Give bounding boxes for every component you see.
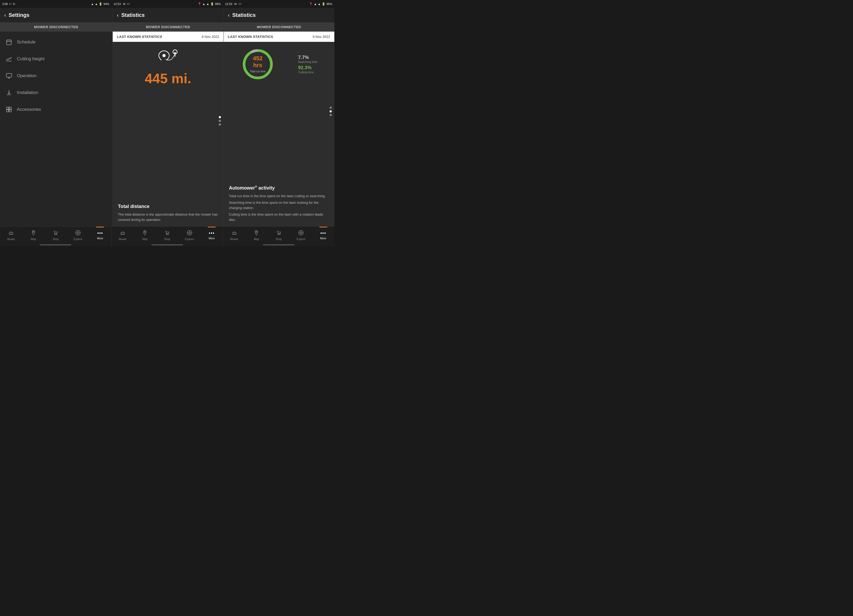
bottom-nav-stats1: Mower Map Shop bbox=[112, 227, 223, 244]
battery-2: 99% bbox=[215, 2, 221, 6]
nav-label-more-2: More bbox=[209, 237, 215, 240]
distance-desc-text: The total distance is the approximate di… bbox=[118, 212, 218, 222]
shop-icon-1 bbox=[53, 230, 58, 237]
svg-rect-13 bbox=[9, 110, 11, 112]
stats1-disconnected-banner: MOWER DISCONNECTED bbox=[113, 22, 223, 32]
battery-1: 94% bbox=[103, 2, 109, 6]
nav-tab-map-2[interactable]: Map bbox=[134, 227, 156, 244]
distance-description-area: Total distance The total distance is the… bbox=[113, 200, 223, 226]
status-segment-3: 12:53 ✉ 53° 📍 ▲ ▲ 🔋 99% bbox=[223, 0, 334, 8]
stats2-back-button[interactable]: ‹ bbox=[228, 12, 230, 18]
dot-2-active bbox=[329, 110, 332, 112]
nav-label-mower-2: Mower bbox=[119, 238, 127, 241]
nav-tab-shop-1[interactable]: Shop bbox=[44, 227, 67, 244]
svg-point-41 bbox=[166, 234, 167, 235]
nav-tab-more-2[interactable]: ••• More bbox=[200, 227, 223, 244]
svg-rect-5 bbox=[6, 73, 12, 77]
svg-point-30 bbox=[77, 232, 79, 234]
shop-icon-2 bbox=[164, 230, 170, 237]
donut-hours-label: Total run time bbox=[250, 70, 266, 73]
svg-rect-10 bbox=[7, 107, 9, 109]
svg-point-27 bbox=[55, 234, 56, 235]
cutting-height-icon bbox=[5, 55, 13, 63]
nav-tab-map-3[interactable]: Map bbox=[245, 227, 268, 244]
legend-searching: 7.7% Searching time bbox=[298, 55, 317, 64]
svg-point-58 bbox=[300, 232, 302, 234]
more-icon-1: ••• bbox=[97, 231, 103, 236]
nav-tab-map-1[interactable]: Map bbox=[22, 227, 45, 244]
bottom-nav-settings: Mower Map Shop bbox=[0, 227, 112, 244]
cutting-label: Cutting time bbox=[298, 71, 317, 74]
distance-view: 445 mi. bbox=[113, 42, 223, 91]
mower-icon-1 bbox=[8, 230, 14, 237]
svg-point-24 bbox=[9, 234, 11, 235]
loc-icon-2: 📍 bbox=[198, 2, 202, 6]
searching-pct: 7.7% bbox=[298, 55, 317, 60]
activity-desc-1: Total run time is the time spent on the … bbox=[229, 193, 329, 199]
menu-item-schedule[interactable]: Schedule bbox=[0, 34, 112, 50]
svg-point-52 bbox=[233, 234, 234, 235]
stats1-last-known-label: LAST KNOWN STATISTICS bbox=[117, 35, 162, 39]
nav-tab-mower-2[interactable]: Mower bbox=[112, 227, 134, 244]
msg-icon-3: ✉ bbox=[234, 2, 237, 6]
nav-label-shop-1: Shop bbox=[53, 238, 59, 241]
svg-rect-0 bbox=[7, 40, 11, 45]
nav-tab-shop-2[interactable]: Shop bbox=[156, 227, 179, 244]
nav-tab-explore-2[interactable]: Explore bbox=[178, 227, 200, 244]
stats1-nav-bar: ‹ Statistics bbox=[113, 8, 223, 22]
stats2-content: 452 hrs Total run time 7.7% Searching ti… bbox=[224, 42, 335, 181]
nav-label-mower-3: Mower bbox=[230, 238, 238, 241]
stats1-back-button[interactable]: ‹ bbox=[117, 12, 119, 18]
explore-icon-1 bbox=[75, 230, 81, 237]
activity-title: Automower® activity bbox=[229, 185, 329, 191]
activity-desc-2: Searching time is the time spent on the … bbox=[229, 200, 329, 210]
nav-tab-mower-1[interactable]: Mower bbox=[0, 227, 22, 244]
legend-cutting: 92.3% Cutting time bbox=[298, 65, 317, 74]
menu-item-cutting-height[interactable]: Cutting height bbox=[0, 50, 112, 67]
home-indicator-1 bbox=[40, 244, 71, 245]
nav-tab-more-1[interactable]: ••• More bbox=[89, 227, 111, 244]
panel-statistics-1: ‹ Statistics MOWER DISCONNECTED LAST KNO… bbox=[113, 8, 224, 226]
panel-statistics-2: ‹ Statistics MOWER DISCONNECTED LAST KNO… bbox=[224, 8, 335, 226]
nav-label-explore-3: Explore bbox=[296, 238, 305, 241]
donut-center: 452 hrs Total run time bbox=[249, 55, 266, 73]
nav-tab-explore-3[interactable]: Explore bbox=[290, 227, 312, 244]
svg-rect-12 bbox=[7, 110, 9, 112]
menu-item-accessories[interactable]: Accessories bbox=[0, 101, 112, 118]
menu-label-operation: Operation bbox=[17, 73, 36, 79]
distance-title: Total distance bbox=[118, 204, 218, 209]
battery-icon-1: 🔋 bbox=[99, 2, 102, 6]
menu-item-operation[interactable]: Operation bbox=[0, 67, 112, 84]
nav-tab-mower-3[interactable]: Mower bbox=[223, 227, 245, 244]
svg-point-56 bbox=[279, 234, 280, 235]
searching-label: Searching time bbox=[298, 60, 317, 64]
dot-1-2 bbox=[219, 120, 221, 122]
status-segment-1: 3:08 29 ↻ ▲ ▲ 🔋 94% bbox=[0, 0, 111, 8]
dot-2-3 bbox=[329, 114, 332, 116]
dot-2-1 bbox=[329, 107, 332, 109]
signal-icon-3: ▲ bbox=[318, 2, 321, 6]
extra-3: 53° bbox=[238, 3, 242, 5]
menu-label-schedule: Schedule bbox=[17, 39, 35, 45]
stats1-content: 445 mi. bbox=[113, 42, 223, 200]
nav-tab-shop-3[interactable]: Shop bbox=[267, 227, 290, 244]
bottom-nav: Mower Map Shop bbox=[0, 226, 334, 244]
shop-icon-3 bbox=[276, 230, 282, 237]
status-bar: 3:08 29 ↻ ▲ ▲ 🔋 94% 12:53 ✉ 53° 📍 ▲ ▲ 🔋 … bbox=[0, 0, 334, 8]
nav-tab-explore-1[interactable]: Explore bbox=[67, 227, 89, 244]
panel-settings: ‹ Settings MOWER DISCONNECTED Schedule bbox=[0, 8, 113, 226]
home-indicator-2 bbox=[151, 244, 183, 245]
activity-description-area: Automower® activity Total run time is th… bbox=[224, 181, 335, 227]
svg-point-28 bbox=[56, 234, 57, 235]
svg-rect-11 bbox=[9, 107, 11, 109]
nav-label-explore-2: Explore bbox=[185, 238, 194, 241]
settings-back-button[interactable]: ‹ bbox=[4, 12, 6, 18]
menu-item-installation[interactable]: Installation bbox=[0, 84, 112, 101]
svg-point-40 bbox=[144, 231, 146, 232]
map-icon-3 bbox=[253, 230, 260, 237]
nav-tab-more-3[interactable]: ••• More bbox=[312, 227, 334, 244]
menu-label-installation: Installation bbox=[17, 90, 38, 95]
settings-title: Settings bbox=[9, 12, 29, 18]
nav-label-more-1: More bbox=[97, 237, 103, 240]
app-container: ‹ Settings MOWER DISCONNECTED Schedule bbox=[0, 8, 334, 226]
